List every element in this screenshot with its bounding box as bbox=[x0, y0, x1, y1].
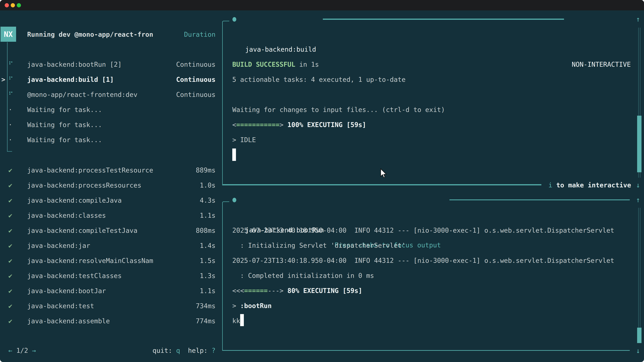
task-name: java-backend:testClasses bbox=[27, 268, 122, 283]
log-line: 2025-07-23T13:40:18.950-04:00 INFO 44312… bbox=[232, 223, 614, 238]
task-row[interactable]: ✔java-backend:assemble774ms bbox=[0, 314, 218, 329]
task-duration: 808ms bbox=[196, 223, 216, 238]
terminal-text-segment: > bbox=[232, 302, 240, 310]
build-pane-mode-badge: NON-INTERACTIVE bbox=[572, 57, 631, 72]
task-row[interactable]: ✔java-backend:compileTestJava808ms bbox=[0, 223, 218, 238]
bootrun-typed-input[interactable]: kk bbox=[232, 313, 244, 329]
build-pane-scroll-up-icon[interactable]: ↑ bbox=[636, 12, 640, 27]
task-name: java-backend:resolveMainClassNam bbox=[27, 253, 153, 268]
build-success-label: BUILD SUCCESSFUL bbox=[232, 61, 295, 68]
build-tasks-summary: 5 actionable tasks: 4 executed, 1 up-to-… bbox=[232, 72, 406, 87]
minimize-window-button[interactable] bbox=[11, 3, 15, 7]
window-titlebar bbox=[0, 0, 644, 10]
task-name: java-backend:classes bbox=[27, 208, 106, 223]
close-window-button[interactable] bbox=[5, 3, 9, 7]
task-row[interactable]: ✔java-backend:resolveMainClassNam1.5s bbox=[0, 253, 218, 268]
task-row[interactable]: ✔java-backend:processResources1.0s bbox=[0, 178, 218, 193]
terminal-text-segment bbox=[284, 121, 287, 129]
check-icon: ✔ bbox=[8, 163, 12, 178]
completed-task-list: ✔java-backend:processTestResource889ms✔j… bbox=[0, 163, 218, 329]
task-duration: 1.0s bbox=[200, 178, 216, 193]
build-success-line: BUILD SUCCESSFUL in 1s bbox=[232, 57, 319, 72]
help-label: help: bbox=[188, 347, 212, 354]
maximize-window-button[interactable] bbox=[17, 3, 21, 7]
interactive-hint: i to make interactive bbox=[548, 178, 631, 193]
interactive-hint-key[interactable]: i bbox=[548, 181, 552, 189]
bootrun-terminal-cursor bbox=[240, 314, 244, 326]
waiting-dot-icon: · bbox=[8, 117, 12, 132]
task-row[interactable]: ✔java-backend:bootJar1.1s bbox=[0, 283, 218, 299]
waiting-dot-icon: · bbox=[8, 102, 12, 117]
bootrun-pane-scrollbar-thumb[interactable] bbox=[637, 328, 642, 343]
bootrun-prompt-line: > :bootRun bbox=[232, 298, 272, 313]
task-name: Waiting for task... bbox=[27, 102, 102, 117]
task-row[interactable]: ·Waiting for task... bbox=[0, 132, 218, 147]
task-duration: 889ms bbox=[196, 163, 216, 178]
task-duration: 774ms bbox=[196, 314, 216, 329]
terminal-text-segment: =========== bbox=[236, 121, 280, 129]
build-task-bullet-icon bbox=[232, 17, 236, 22]
task-duration: Continuous bbox=[176, 72, 216, 87]
task-row[interactable]: ·Waiting for task... bbox=[0, 117, 218, 132]
build-progress-bar: <===========> 100% EXECUTING [59s] bbox=[232, 117, 366, 132]
build-pane-bottom-border bbox=[222, 184, 541, 185]
task-name: java-backend:jar bbox=[27, 238, 90, 253]
check-icon: ✔ bbox=[8, 314, 12, 329]
task-name: java-backend:build [1] bbox=[27, 72, 114, 87]
mouse-pointer-icon bbox=[380, 168, 388, 179]
terminal-text-segment: 100% EXECUTING [59s] bbox=[288, 121, 366, 129]
build-pane-border bbox=[222, 21, 229, 185]
terminal-text-segment bbox=[284, 287, 287, 295]
task-duration: 1.3s bbox=[200, 268, 216, 283]
task-name: java-backend:processResources bbox=[27, 178, 142, 193]
task-name: java-backend:assemble bbox=[27, 314, 110, 329]
waiting-dot-icon: · bbox=[8, 132, 12, 147]
bootrun-pane-scroll-down-icon[interactable]: ↓ bbox=[636, 343, 640, 358]
task-duration: 734ms bbox=[196, 299, 216, 314]
bootrun-progress-bar: <<<======---> 80% EXECUTING [59s] bbox=[232, 283, 362, 298]
check-icon: ✔ bbox=[8, 178, 12, 193]
typed-text: kk bbox=[232, 317, 240, 325]
running-task-list: ⠋java-backend:bootRun [2]Continuous>⠋jav… bbox=[0, 57, 218, 147]
spinner-icon: ⠋ bbox=[8, 72, 13, 87]
task-duration: 1.1s bbox=[200, 208, 216, 223]
task-name: java-backend:bootJar bbox=[27, 283, 106, 299]
task-name: Waiting for task... bbox=[27, 117, 102, 132]
quit-key[interactable]: q bbox=[176, 347, 180, 354]
task-name: @mono-app/react-frontend:dev bbox=[27, 87, 137, 102]
terminal-text-segment: ====== bbox=[244, 287, 268, 295]
terminal-text-segment: 80% EXECUTING [59s] bbox=[288, 287, 362, 295]
terminal-text-segment: <<< bbox=[232, 287, 244, 295]
terminal-window: NX Running dev @mono-app/react-fron Dura… bbox=[0, 0, 644, 362]
check-icon: ✔ bbox=[8, 283, 12, 299]
task-row[interactable]: ⠋java-backend:bootRun [2]Continuous bbox=[0, 57, 218, 72]
task-name: java-backend:test bbox=[27, 299, 94, 314]
task-duration: Continuous bbox=[176, 57, 216, 72]
spinner-icon: ⠋ bbox=[8, 87, 13, 102]
footer-shortcuts: quit: q help: ? bbox=[0, 343, 216, 358]
build-pane-scroll-down-icon[interactable]: ↓ bbox=[636, 178, 640, 193]
terminal-text-segment: > bbox=[280, 121, 284, 129]
task-row[interactable]: ·Waiting for task... bbox=[0, 102, 218, 117]
build-pane-scrollbar-thumb[interactable] bbox=[637, 116, 642, 172]
task-duration: 1.4s bbox=[200, 238, 216, 253]
bootrun-pane-scroll-up-icon[interactable]: ↑ bbox=[636, 192, 640, 207]
bootrun-pane-border bbox=[222, 201, 229, 350]
task-row[interactable]: ⠋@mono-app/react-frontend:devContinuous bbox=[0, 87, 218, 102]
task-row[interactable]: ✔java-backend:processTestResource889ms bbox=[0, 163, 218, 178]
log-line: : Initializing Servlet 'dispatcherServle… bbox=[232, 238, 406, 253]
task-row[interactable]: ✔java-backend:classes1.1s bbox=[0, 208, 218, 223]
build-waiting-line: Waiting for changes to input files... (c… bbox=[232, 102, 445, 117]
terminal-text-segment: :bootRun bbox=[240, 302, 272, 310]
help-key[interactable]: ? bbox=[212, 347, 216, 354]
duration-column-header: Duration bbox=[0, 27, 216, 42]
task-row[interactable]: ✔java-backend:test734ms bbox=[0, 299, 218, 314]
terminal-text-segment: ---> bbox=[268, 287, 284, 295]
task-row[interactable]: >⠋java-backend:build [1]Continuous bbox=[0, 72, 218, 87]
bootrun-pane-scrollbar-track[interactable] bbox=[638, 208, 640, 342]
task-row[interactable]: ✔java-backend:testClasses1.3s bbox=[0, 268, 218, 283]
bootrun-task-bullet-icon bbox=[232, 198, 236, 202]
task-name: java-backend:compileTestJava bbox=[27, 223, 137, 238]
task-row[interactable]: ✔java-backend:jar1.4s bbox=[0, 238, 218, 253]
check-icon: ✔ bbox=[8, 268, 12, 283]
